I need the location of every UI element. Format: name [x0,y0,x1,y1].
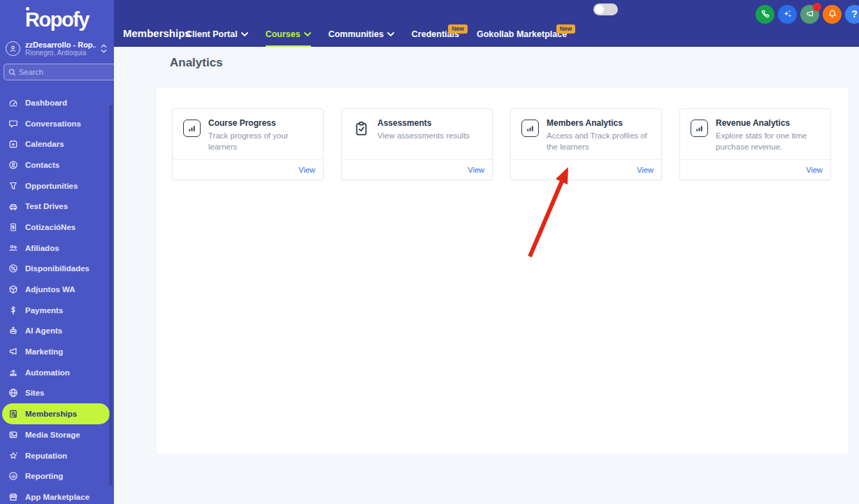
help-button[interactable]: ? [845,5,859,24]
sidebar-item-reporting[interactable]: Reporting [0,466,114,487]
clipboard-check-icon [352,120,370,137]
membership-icon [8,409,19,419]
cube-icon [8,285,19,294]
sidebar-item-opportunities[interactable]: Opportunities [0,175,114,196]
toggle-switch[interactable] [593,3,618,15]
search-input[interactable] [19,68,114,76]
sidebar-item-automation[interactable]: Automation [0,362,114,383]
sidebar-item-test-drives[interactable]: Test Drives [0,196,114,217]
card-text: Assessments View assessments results [377,118,470,159]
automation-icon [8,368,19,377]
page-title: Analytics [170,56,223,70]
analytics-cards: Course Progress Track progress of your l… [172,108,831,180]
sidebar-item-conversations[interactable]: Conversations [0,113,114,134]
sidebar-item-label: Reporting [25,472,63,480]
sidebar: Ropofy zzDesarrollo - Rop... Rionegro, A… [0,0,114,504]
bar-chart-icon [691,120,708,137]
card-text: Course Progress Track progress of your l… [208,118,315,159]
card-members-analytics: Members Analytics Access and Track profi… [510,108,662,180]
tab-gokollab-marketplace[interactable]: Gokollab Marketplace New [477,29,567,47]
sidebar-item-memberships[interactable]: Memberships [2,403,110,424]
calendar-icon [8,139,19,149]
sidebar-item-label: Dashboard [25,99,67,107]
people-icon [8,243,19,253]
sidebar-item-ai-agents[interactable]: AI Agents [0,321,114,342]
sidebar-item-label: Reputation [25,452,67,460]
sidebar-item-cotizaciones[interactable]: CotizacióNes [0,217,114,238]
tab-credentials[interactable]: Credentials New [412,29,459,47]
sidebar-item-label: Test Drives [25,202,68,210]
notifications-button[interactable] [823,5,842,24]
account-text: zzDesarrollo - Rop... Rionegro, Antioqui… [25,41,96,57]
card-footer: View [173,159,323,180]
card-footer: View [680,159,830,180]
chevron-down-icon [304,32,311,36]
account-location: Rionegro, Antioquia [25,49,96,57]
account-switch-chevrons-icon[interactable] [101,44,108,53]
toggle-knob [595,5,604,14]
card-course-progress: Course Progress Track progress of your l… [172,108,324,180]
card-description: Explore stats for one time purchase reve… [716,130,822,152]
tab-courses[interactable]: Courses [266,29,311,47]
chevron-down-icon [387,32,394,36]
star-icon [8,451,19,461]
sidebar-item-reputation[interactable]: Reputation [0,445,114,466]
card-revenue-analytics: Revenue Analytics Explore stats for one … [679,108,831,180]
card-text: Members Analytics Access and Track profi… [547,118,653,159]
card-description: View assessments results [377,130,470,141]
sidebar-item-calendars[interactable]: Calendars [0,134,114,154]
phone-button[interactable] [756,5,774,24]
sidebar-item-label: Calendars [25,140,64,148]
media-icon [8,430,19,440]
card-title: Revenue Analytics [716,118,822,128]
announcements-button[interactable] [800,5,819,24]
view-link[interactable]: View [468,166,484,174]
card-assessments: Assessments View assessments results Vie… [341,108,493,180]
sidebar-item-media-storage[interactable]: Media Storage [0,424,114,445]
ai-assistant-button[interactable] [778,5,797,24]
sidebar-item-label: Marketing [25,347,63,356]
brand-logo[interactable]: Ropofy [0,0,114,39]
sidebar-scrollbar[interactable] [109,105,113,486]
sidebar-item-sites[interactable]: Sites [0,383,114,404]
sidebar-item-label: Contacts [25,161,59,169]
sidebar-item-label: Payments [25,306,63,315]
account-name: zzDesarrollo - Rop... [25,41,96,49]
view-link[interactable]: View [298,166,315,174]
sidebar-item-disponibilidades[interactable]: Disponibilidades [0,259,114,280]
view-link[interactable]: View [637,166,654,174]
card-title: Assessments [377,118,470,128]
tab-label: Client Portal [186,29,238,39]
card-body: Members Analytics Access and Track profi… [511,109,661,159]
tab-client-portal[interactable]: Client Portal [186,29,248,47]
card-body: Revenue Analytics Explore stats for one … [680,109,830,159]
phone-icon [760,9,770,19]
tab-label: Courses [266,29,301,39]
search-box[interactable]: ctrlK [3,64,114,80]
search-icon [8,69,16,76]
card-description: Track progress of your learners [208,130,315,152]
sidebar-item-payments[interactable]: Payments [0,300,114,321]
topnav-title-memberships[interactable]: Memberships [123,27,191,39]
bar-chart-icon [521,120,539,137]
chat-icon [8,119,19,129]
new-badge: New [448,24,467,34]
account-switcher[interactable]: zzDesarrollo - Rop... Rionegro, Antioqui… [0,39,114,57]
sidebar-search-row: ctrlK [3,64,110,80]
sidebar-item-app-marketplace[interactable]: App Marketplace [0,487,114,504]
sidebar-item-contacts[interactable]: Contacts [0,154,114,175]
view-link[interactable]: View [806,166,823,174]
sidebar-item-label: Memberships [25,410,77,418]
megaphone-icon [8,347,19,357]
sidebar-item-marketing[interactable]: Marketing [0,341,114,362]
card-footer: View [511,159,661,180]
robot-icon [8,326,19,336]
card-footer: View [342,159,492,180]
tab-communities[interactable]: Communities [329,29,394,47]
sidebar-item-label: Adjuntos WA [25,285,75,294]
sidebar-item-afiliados[interactable]: Afiliados [0,238,114,259]
help-icon: ? [851,8,858,20]
sidebar-item-adjuntos-wa[interactable]: Adjuntos WA [0,279,114,300]
sidebar-item-dashboard[interactable]: Dashboard [0,98,114,113]
sidebar-item-label: Conversations [25,120,81,128]
